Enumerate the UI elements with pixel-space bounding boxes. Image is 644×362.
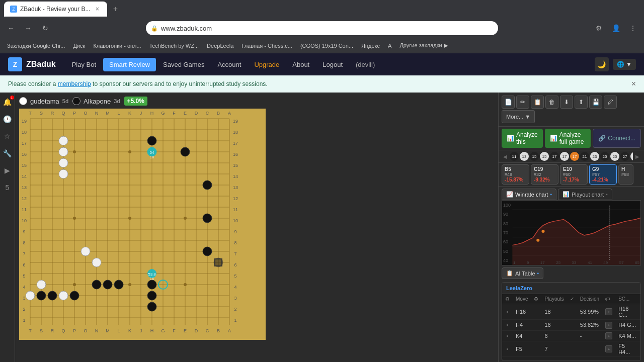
move-card[interactable]: E10 #60 -7.17% xyxy=(560,164,588,185)
winrate-tab-toggle[interactable]: ▪ xyxy=(550,192,552,197)
bookmark-item[interactable]: (CGOS) 19x19 Con... xyxy=(297,42,356,50)
table-row[interactable]: • K4 6 - + K4 M... xyxy=(502,330,640,341)
menu-icon[interactable]: ⋮ xyxy=(626,21,640,35)
svg-text:D: D xyxy=(195,111,198,116)
bookmark-item[interactable]: Другие закладки ▶ xyxy=(396,41,450,50)
column-labels-bottom: TSR QPO NML KJH GFE DCB A xyxy=(29,328,231,333)
bookmark-item[interactable]: Главная - Chess.c... xyxy=(238,42,295,50)
table-row[interactable]: • F5 7 + F5 H4... xyxy=(502,341,640,357)
sidebar-play-icon[interactable]: ▶ xyxy=(2,165,13,176)
connect-button[interactable]: 🔗 Connect... xyxy=(593,129,641,148)
membership-link[interactable]: membership xyxy=(58,80,91,87)
move-card[interactable]: H #68 xyxy=(618,164,633,185)
move-badge[interactable]: 11 xyxy=(510,152,519,161)
svg-marker-160 xyxy=(512,218,640,265)
theme-toggle-button[interactable]: 🌙 xyxy=(595,57,609,71)
col-sc: SC... xyxy=(615,294,640,304)
move-badge[interactable]: 17 xyxy=(550,152,559,161)
move-badge[interactable]: 25 xyxy=(600,152,609,161)
tool-paste-button[interactable]: 📋 xyxy=(531,96,544,109)
analyze-full-button[interactable]: 📊 Analyze full game xyxy=(545,129,591,148)
move-card[interactable]: B5 #48 -15.87% xyxy=(502,164,529,185)
bookmark-item[interactable]: Закладки Google Chr... xyxy=(4,42,68,50)
move-card-position: C19 xyxy=(534,166,555,172)
right-panel: 📄 ✏ 📋 🗑 ⬇ ⬆ 💾 🖊 More... ▼ 📊 Analyze this… xyxy=(498,93,644,362)
analyze-buttons: 📊 Analyze this 📊 Analyze full game 🔗 Con… xyxy=(499,127,644,150)
forward-button[interactable]: → xyxy=(21,21,35,35)
playout-tab-toggle[interactable]: ▪ xyxy=(606,192,608,197)
row-sc-btn[interactable]: + xyxy=(602,341,615,357)
active-tab[interactable]: Z ZBaduk - Review your B... × xyxy=(4,2,107,17)
sidebar-number-icon[interactable]: 5 xyxy=(2,182,13,193)
sidebar-tools-icon[interactable]: 🔧 xyxy=(2,148,13,159)
refresh-button[interactable]: ↻ xyxy=(38,21,52,35)
playout-chart-tab[interactable]: 📊 Playout chart ▪ xyxy=(558,189,612,200)
bookmark-item[interactable]: Диск xyxy=(70,42,88,50)
bookmark-item[interactable]: Клавогонки - онл... xyxy=(90,42,144,50)
nav-smart-review[interactable]: Smart Review xyxy=(103,58,156,71)
sidebar-history-icon[interactable]: 🕐 xyxy=(2,114,13,125)
table-row[interactable]: • H16 18 53.99% + H16 G... xyxy=(502,304,640,320)
extensions-icon[interactable]: ⚙ xyxy=(592,21,606,35)
profile-icon[interactable]: 👤 xyxy=(609,21,623,35)
svg-point-125 xyxy=(203,180,212,190)
notification-badge: 1 xyxy=(10,96,14,100)
nav-account[interactable]: Account xyxy=(211,58,247,71)
banner-close-button[interactable]: × xyxy=(631,79,636,88)
nav-play-bot[interactable]: Play Bot xyxy=(66,58,102,71)
analyze-this-button[interactable]: 📊 Analyze this xyxy=(502,129,543,148)
move-card-active[interactable]: G9 #67 -4.21% xyxy=(589,164,617,185)
svg-point-132 xyxy=(114,280,123,289)
bookmark-item[interactable]: TechBench by WZ... xyxy=(146,42,202,50)
back-button[interactable]: ← xyxy=(4,21,18,35)
move-badge[interactable]: 25 xyxy=(610,152,619,161)
tool-edit-button[interactable]: ✏ xyxy=(516,96,529,109)
move-analysis-cards: B5 #48 -15.87% C19 #32 -9.32% E10 #60 -7… xyxy=(499,163,644,187)
nav-logout[interactable]: Logout xyxy=(316,58,349,71)
ai-table-tab[interactable]: 📋 AI Table ▪ xyxy=(502,267,543,279)
tool-download-button[interactable]: ⬇ xyxy=(560,96,573,109)
nav-saved-games[interactable]: Saved Games xyxy=(157,58,210,71)
tool-more-button[interactable]: More... ▼ xyxy=(502,110,535,123)
svg-text:15: 15 xyxy=(233,163,238,168)
svg-text:M: M xyxy=(106,111,110,116)
move-badge[interactable]: 15 xyxy=(540,152,549,161)
winrate-chart-tab[interactable]: 📈 Winrate chart ▪ xyxy=(502,189,556,200)
scroll-left-button[interactable]: ◀ xyxy=(502,153,509,160)
scroll-right-button[interactable]: ▶ xyxy=(634,153,641,160)
sidebar-bell-icon[interactable]: 🔔 1 xyxy=(2,97,13,108)
tool-upload-button[interactable]: ⬆ xyxy=(575,96,588,109)
new-tab-button[interactable]: + xyxy=(109,3,121,15)
address-bar[interactable]: 🔒 www.zbaduk.com xyxy=(146,21,498,35)
bookmark-item[interactable]: DeepLeela xyxy=(204,42,236,50)
language-selector[interactable]: 🌐 ▼ xyxy=(613,59,636,70)
address-bar-row: ← → ↻ 🔒 www.zbaduk.com ⚙ 👤 ⋮ xyxy=(0,18,644,38)
tool-pen-button[interactable]: 🖊 xyxy=(604,96,617,109)
tool-delete-button[interactable]: 🗑 xyxy=(545,96,558,109)
row-sc-btn[interactable]: + xyxy=(602,304,615,320)
ai-table-toggle[interactable]: ▪ xyxy=(537,270,539,276)
move-badge[interactable]: 17 xyxy=(560,152,569,161)
move-badge[interactable]: 27 xyxy=(620,152,629,161)
tool-copy-button[interactable]: 📄 xyxy=(502,96,515,109)
bookmark-item[interactable]: Яндекс xyxy=(358,42,383,50)
move-card[interactable]: C19 #32 -9.32% xyxy=(531,164,558,185)
row-sc-btn[interactable]: + xyxy=(602,330,615,341)
move-badge[interactable]: 15 xyxy=(530,152,539,161)
move-badge[interactable]: 21 xyxy=(580,152,589,161)
row-indicator: • xyxy=(502,341,513,357)
go-board[interactable]: TSR QPO NML KJH GFE DCB A 191817 161514 … xyxy=(19,109,266,340)
move-badge[interactable]: 13 xyxy=(520,152,529,161)
table-row[interactable]: • H4 16 53.82% + H4 G... xyxy=(502,320,640,331)
sidebar-star-icon[interactable]: ☆ xyxy=(2,131,13,142)
row-sc-btn[interactable]: + xyxy=(602,320,615,331)
move-badge[interactable]: 17 xyxy=(570,152,579,161)
bookmark-item[interactable]: А xyxy=(385,42,394,50)
move-badge[interactable]: 27 xyxy=(630,152,633,161)
tab-close-btn[interactable]: × xyxy=(93,5,101,13)
nav-about[interactable]: About xyxy=(286,58,315,71)
move-card-score: -15.87% xyxy=(505,177,526,183)
nav-upgrade[interactable]: Upgrade xyxy=(248,58,285,71)
tool-save-button[interactable]: 💾 xyxy=(589,96,602,109)
move-badge[interactable]: 23 xyxy=(590,152,599,161)
